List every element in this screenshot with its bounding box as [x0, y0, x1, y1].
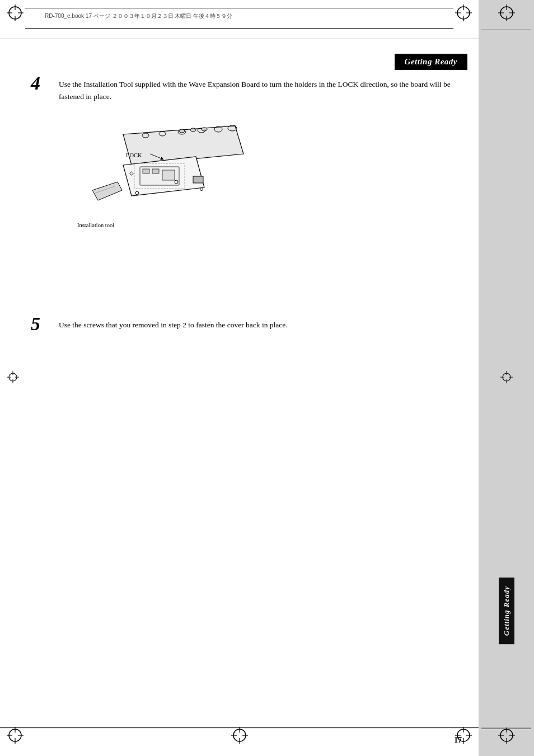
illustration-area: LOCK Installation tool	[73, 112, 252, 229]
header-area: Getting Ready	[0, 45, 479, 78]
page-number: 17	[454, 736, 462, 745]
top-rule	[25, 8, 453, 8]
step5-text: Use the screws that you removed in step …	[59, 319, 465, 331]
right-sidebar: Getting Ready	[479, 0, 534, 756]
svg-rect-31	[193, 176, 203, 183]
top-border-area: RD-700_e.book 17 ページ ２００３年１０月２３日 木曜日 午後４…	[0, 0, 479, 39]
diagram-svg	[73, 112, 252, 229]
reg-mark-bottom-left	[7, 727, 24, 746]
svg-point-17	[179, 129, 185, 133]
lock-label: LOCK	[126, 152, 142, 158]
step5-text-block: Use the screws that you removed in step …	[59, 319, 465, 331]
reg-mark-top-left	[7, 4, 24, 24]
svg-marker-29	[92, 182, 122, 200]
reg-mark-mid-left	[7, 371, 19, 386]
step5-number: 5	[31, 313, 40, 335]
svg-point-18	[190, 128, 196, 132]
install-tool-label: Installation tool	[77, 222, 114, 228]
step4-area: 4 Use the Installation Tool supplied wit…	[0, 78, 479, 229]
sidebar-getting-ready-label: Getting Ready	[479, 577, 534, 644]
reg-mark-sidebar-mid	[500, 371, 513, 386]
step4-number: 4	[31, 73, 40, 94]
sidebar-top-rule	[481, 29, 531, 30]
sidebar-bottom-rule	[481, 729, 531, 729]
sidebar-bottom-rule2	[481, 727, 531, 728]
svg-rect-24	[152, 169, 159, 173]
page-container: RD-700_e.book 17 ページ ２００３年１０月２３日 木曜日 午後４…	[0, 0, 534, 756]
svg-rect-23	[143, 169, 149, 173]
reg-mark-bottom-center	[231, 727, 248, 746]
svg-point-32	[200, 187, 203, 190]
reg-mark-sidebar-bottom	[498, 727, 515, 746]
meta-line: RD-700_e.book 17 ページ ２００３年１０月２３日 木曜日 午後４…	[45, 12, 232, 20]
step4-text: Use the Installation Tool supplied with …	[59, 78, 465, 104]
step5-area: 5 Use the screws that you removed in ste…	[0, 319, 479, 331]
svg-point-19	[202, 128, 207, 131]
svg-rect-25	[162, 170, 175, 180]
reg-mark-top-right	[455, 4, 472, 24]
top-rule-2	[25, 28, 453, 29]
main-content: RD-700_e.book 17 ページ ２００３年１０月２３日 木曜日 午後４…	[0, 0, 479, 756]
page-title: Getting Ready	[395, 54, 467, 70]
sidebar-label-text: Getting Ready	[499, 577, 514, 644]
step4-text-block: Use the Installation Tool supplied with …	[59, 78, 465, 104]
reg-mark-sidebar-top	[498, 4, 515, 24]
